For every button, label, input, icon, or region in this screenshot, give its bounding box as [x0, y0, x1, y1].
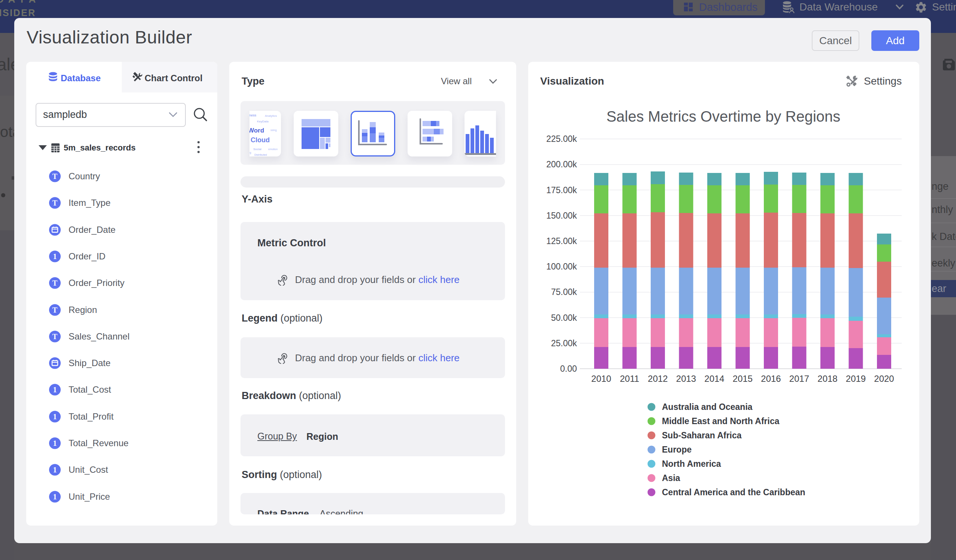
svg-text:75.00k: 75.00k — [551, 287, 577, 297]
svg-text:2013: 2013 — [676, 373, 696, 384]
svg-text:Central America and the Caribb: Central America and the Caribbean — [662, 487, 805, 497]
svg-text:150.00k: 150.00k — [546, 211, 577, 221]
svg-text:0.00: 0.00 — [560, 364, 577, 373]
svg-text:225.00k: 225.00k — [546, 134, 577, 144]
svg-text:2010: 2010 — [591, 373, 611, 384]
svg-text:2019: 2019 — [846, 373, 866, 384]
svg-text:200.00k: 200.00k — [546, 160, 577, 169]
svg-text:Middle East and North Africa: Middle East and North Africa — [662, 416, 780, 426]
svg-text:50.00k: 50.00k — [551, 313, 577, 323]
svg-text:175.00k: 175.00k — [546, 185, 577, 195]
svg-text:2018: 2018 — [818, 373, 837, 384]
svg-text:2017: 2017 — [789, 373, 809, 384]
svg-text:Sales Metrics Overtime by Regi: Sales Metrics Overtime by Regions — [607, 108, 841, 125]
svg-text:Asia: Asia — [662, 473, 680, 483]
svg-text:North America: North America — [662, 459, 721, 469]
svg-text:25.00k: 25.00k — [551, 339, 577, 348]
svg-text:2014: 2014 — [704, 373, 724, 384]
svg-text:Europe: Europe — [662, 445, 692, 455]
svg-text:2012: 2012 — [648, 373, 668, 384]
svg-text:2015: 2015 — [733, 373, 753, 384]
svg-text:Sub-Saharan Africa: Sub-Saharan Africa — [662, 430, 742, 440]
svg-text:2011: 2011 — [620, 373, 640, 384]
svg-text:125.00k: 125.00k — [546, 236, 577, 246]
svg-text:2020: 2020 — [874, 373, 894, 384]
svg-text:2016: 2016 — [761, 373, 781, 384]
svg-text:Australia and Oceania: Australia and Oceania — [662, 402, 753, 412]
svg-text:100.00k: 100.00k — [546, 262, 577, 271]
